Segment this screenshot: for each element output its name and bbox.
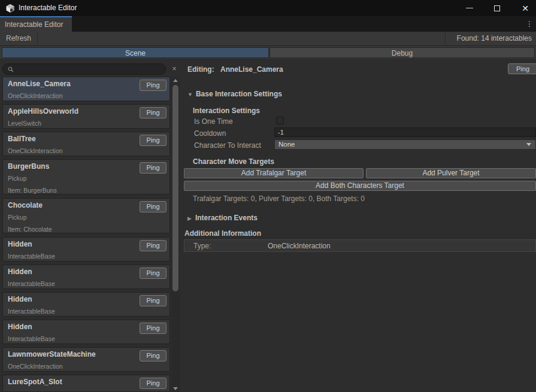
- cooldown-label: Cooldown: [194, 129, 226, 138]
- list-item[interactable]: LawnmowerStateMachine OneClickInteractio…: [2, 347, 170, 372]
- foldout-label: Interaction Events: [195, 214, 258, 222]
- type-info-box: Type: OneClickInteraction: [184, 239, 536, 252]
- ping-button[interactable]: Ping: [140, 323, 166, 334]
- ping-button[interactable]: Ping: [140, 268, 166, 279]
- tab-label: Interactable Editor: [5, 20, 63, 29]
- tab-scene[interactable]: Scene: [2, 47, 269, 58]
- tab-debug[interactable]: Debug: [269, 47, 535, 58]
- minimize-icon: [466, 8, 473, 8]
- targets-stats-label: Trafalgar Targets: 0, Pulver Targets: 0,…: [193, 195, 365, 203]
- list-item[interactable]: Hidden InteractableBase Ping: [2, 292, 170, 317]
- scroll-up-icon: [173, 79, 178, 82]
- type-value: OneClickInteraction: [268, 242, 331, 250]
- add-pulver-target-button[interactable]: Add Pulver Target: [366, 168, 536, 178]
- ping-button[interactable]: Ping: [140, 240, 166, 251]
- item-name: Hidden: [8, 295, 32, 303]
- ping-button[interactable]: Ping: [140, 162, 166, 174]
- toolbar: Refresh Found: 14 interactables: [0, 32, 536, 46]
- foldout-base-interaction-settings[interactable]: ▼Base Interaction Settings: [187, 90, 282, 98]
- item-name: Hidden: [8, 240, 32, 248]
- foldout-closed-icon: ▶: [187, 215, 192, 221]
- editing-label: Editing:: [187, 65, 214, 74]
- cooldown-field[interactable]: -1: [274, 127, 536, 137]
- foldout-label: Base Interaction Settings: [196, 90, 282, 98]
- foldout-interaction-events[interactable]: ▶Interaction Events: [187, 214, 258, 222]
- item-type: OneClickInteraction: [8, 363, 63, 370]
- search-input[interactable]: [17, 65, 161, 74]
- item-type: InteractableBase: [8, 253, 55, 260]
- item-name: LureSpotA_Slot: [8, 378, 62, 386]
- content-area: × AnneLise_Camera OneClickInteraction Pi…: [0, 59, 536, 392]
- item-type: OneClickInteraction: [8, 147, 63, 154]
- kebab-menu-icon[interactable]: ⋮: [525, 19, 534, 29]
- window-title: Interactable Editor: [19, 4, 77, 12]
- item-type: OneClickInteraction: [8, 92, 63, 99]
- item-name: AppleHillsOverworld: [8, 107, 78, 116]
- list-item[interactable]: BurgerBuns Pickup Item: BurgerBuns Ping: [2, 159, 170, 195]
- list-item[interactable]: BallTree OneClickInteraction Ping: [2, 132, 170, 156]
- character-dropdown[interactable]: None: [274, 139, 536, 150]
- search-clear-button[interactable]: ×: [169, 63, 179, 74]
- item-name: Hidden: [8, 268, 32, 276]
- editing-value: AnneLise_Camera: [220, 65, 283, 74]
- foldout-open-icon: ▼: [187, 92, 193, 98]
- list-item[interactable]: Hidden InteractableBase Ping: [2, 265, 170, 289]
- list-item[interactable]: Chocolate Pickup Item: Chocolate Ping: [2, 198, 170, 233]
- ping-button[interactable]: Ping: [140, 378, 166, 389]
- tab-interactable-editor[interactable]: Interactable Editor: [0, 16, 72, 32]
- close-button[interactable]: ✕: [513, 0, 536, 16]
- list-item[interactable]: LureSpotA_Slot OneClickInteraction Ping: [2, 375, 170, 392]
- item-type: InteractableBase: [8, 308, 55, 315]
- add-trafalgar-target-button[interactable]: Add Trafalgar Target: [184, 168, 364, 178]
- list-item[interactable]: AppleHillsOverworld LevelSwitch Ping: [2, 104, 170, 129]
- item-name: Hidden: [8, 323, 32, 331]
- item-name: BallTree: [8, 135, 36, 143]
- scroll-up-button[interactable]: [171, 77, 180, 84]
- add-both-characters-target-button[interactable]: Add Both Characters Target: [184, 181, 536, 191]
- found-count-label: Found: 14 interactables: [457, 32, 532, 45]
- list-item[interactable]: AnneLise_Camera OneClickInteraction Ping: [2, 77, 170, 101]
- toolbar-separator: [445, 32, 446, 45]
- character-dropdown-value: None: [278, 141, 295, 148]
- item-type: LevelSwitch: [8, 120, 41, 127]
- ping-button[interactable]: Ping: [140, 135, 166, 146]
- toolbar-separator: [37, 32, 38, 45]
- item-type: Pickup: [8, 175, 27, 182]
- titlebar: Interactable Editor ✕: [0, 0, 536, 16]
- is-one-time-checkbox[interactable]: [276, 117, 284, 124]
- ping-button[interactable]: Ping: [140, 201, 166, 212]
- ping-button[interactable]: Ping: [140, 350, 166, 361]
- scroll-down-button[interactable]: [171, 385, 180, 392]
- item-type: InteractableBase: [8, 280, 55, 287]
- inspector-panel: Editing: AnneLise_Camera Ping ▼Base Inte…: [181, 59, 536, 392]
- item-name: BurgerBuns: [8, 162, 49, 171]
- list-scrollbar[interactable]: [171, 77, 180, 392]
- editor-tab-bar: Interactable Editor ⋮: [0, 16, 536, 32]
- search-field[interactable]: [2, 63, 166, 75]
- character-to-interact-label: Character To Interact: [194, 141, 261, 150]
- scrollbar-thumb[interactable]: [172, 85, 178, 291]
- item-type: Pickup: [8, 214, 27, 221]
- refresh-button[interactable]: Refresh: [0, 32, 37, 45]
- list-item[interactable]: Hidden InteractableBase Ping: [2, 237, 170, 262]
- interactable-editor-window: Interactable Editor ✕ Interactable Edito…: [0, 0, 536, 392]
- chevron-down-icon: [526, 143, 531, 146]
- character-move-targets-header: Character Move Targets: [193, 157, 274, 166]
- ping-button[interactable]: Ping: [140, 107, 166, 118]
- maximize-button[interactable]: [485, 0, 509, 16]
- ping-button[interactable]: Ping: [140, 80, 166, 91]
- ping-button[interactable]: Ping: [140, 295, 166, 306]
- item-detail: Item: Chocolate: [8, 226, 52, 233]
- additional-information-header: Additional Information: [184, 229, 261, 238]
- item-name: AnneLise_Camera: [8, 80, 71, 88]
- list-item[interactable]: Hidden InteractableBase Ping: [2, 320, 170, 344]
- type-label: Type:: [193, 242, 211, 250]
- minimize-button[interactable]: [458, 0, 482, 16]
- interaction-settings-header: Interaction Settings: [193, 107, 260, 115]
- close-icon: ✕: [522, 4, 529, 13]
- maximize-icon: [494, 5, 500, 11]
- item-type: InteractableBase: [8, 335, 55, 342]
- item-detail: Item: BurgerBuns: [8, 187, 57, 194]
- inspector-ping-button[interactable]: Ping: [508, 63, 536, 74]
- item-name: Chocolate: [8, 201, 43, 209]
